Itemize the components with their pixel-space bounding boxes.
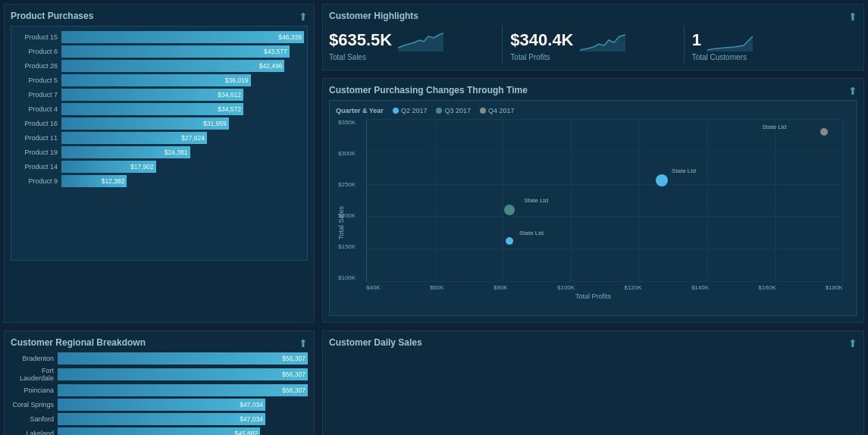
regional-bar-value: $56,307 [282, 371, 306, 378]
bar-fill: $43,577 [61, 45, 290, 58]
regional-bar-fill: $56,307 [58, 352, 308, 365]
regional-bar-label: Bradenton [11, 355, 58, 362]
grid-v-3 [571, 119, 572, 281]
bar-label: Product 9 [14, 177, 61, 185]
customer-regional-title: Customer Regional Breakdown [11, 337, 308, 348]
y-label-200k: $200K [338, 212, 356, 219]
highlight-total-sales: $635.5K Total Sales [329, 29, 494, 61]
y-label-150k: $150K [338, 243, 356, 250]
regional-bar-track: $47,034 [58, 413, 308, 425]
bar-fill: $36,019 [61, 74, 251, 86]
x-axis-title: Total Profits [336, 293, 851, 300]
customer-daily-panel: Customer Daily Sales ⬆ [322, 330, 864, 435]
grid-h-0 [367, 119, 843, 120]
svg-marker-1 [580, 35, 625, 52]
bar-track: $43,577 [61, 45, 304, 58]
x-label-160k: $160K [758, 284, 776, 291]
grid-v-5 [707, 119, 708, 281]
scatter-area: Total Sales $350K $300 [336, 119, 851, 300]
scatter-plot: $350K $300K $250K $200K $150K $100K Stat… [366, 119, 843, 282]
total-customers-sparkline [707, 29, 753, 52]
bar-label: Product 26 [14, 62, 61, 70]
regional-bar-label: Fort Lauderdale [11, 367, 58, 382]
bar-value: $31,959 [203, 120, 227, 127]
divider-2 [684, 26, 685, 64]
table-row: Lakeland $45,882 [11, 427, 308, 435]
bar-value: $24,381 [165, 149, 188, 156]
scatter-label-4: State Ltd [762, 124, 786, 130]
bar-track: $12,382 [61, 175, 304, 187]
bar-label: Product 16 [14, 120, 61, 127]
total-profits-value: $340.4K [510, 30, 573, 50]
bar-fill: $46,339 [61, 31, 304, 43]
y-label-350k: $350K [338, 119, 356, 126]
regional-bar-track: $56,307 [58, 384, 308, 396]
scatter-dot-2 [504, 205, 515, 215]
legend-q2: Q2 2017 [393, 107, 428, 114]
bar-track: $34,612 [61, 89, 304, 101]
scatter-chart[interactable]: Quarter & Year Q2 2017 Q3 2017 Q4 2017 T… [329, 100, 857, 316]
table-row: Product 6 $43,577 [14, 45, 304, 58]
total-profits-sparkline [580, 29, 625, 52]
customer-highlights-panel: Customer Highlights ⬆ $635.5K Total Sale… [322, 4, 864, 70]
scatter-label-3: State Ltd [672, 167, 696, 174]
bar-fill: $34,612 [61, 89, 243, 101]
legend-q4-dot [480, 108, 486, 114]
table-row: Product 9 $12,382 [14, 175, 304, 187]
total-sales-value: $635.5K [329, 30, 392, 50]
regional-bar-fill: $47,034 [58, 399, 265, 411]
svg-marker-2 [707, 36, 753, 52]
table-row: Sanford $47,034 [11, 413, 308, 425]
bar-value: $42,496 [259, 62, 283, 70]
x-label-60k: $60K [430, 284, 444, 291]
bar-track: $17,902 [61, 161, 304, 173]
y-label-250k: $250K [338, 181, 356, 188]
regional-bar-fill: $56,307 [58, 384, 308, 396]
table-row: Product 19 $24,381 [14, 146, 304, 158]
total-sales-sparkline [398, 29, 443, 52]
product-purchases-chart[interactable]: Product 15 $46,339 Product 6 $43,577 Pro… [11, 26, 308, 261]
customer-regional-panel: Customer Regional Breakdown ⬆ Bradenton … [4, 330, 315, 435]
legend-q4: Q4 2017 [480, 107, 515, 114]
purchasing-changes-panel: Customer Purchasing Changes Through Time… [322, 78, 864, 323]
table-row: Product 5 $36,019 [14, 74, 304, 86]
bar-label: Product 4 [14, 105, 61, 113]
scatter-label-1: State Ltd [519, 230, 544, 236]
bar-value: $12,382 [102, 177, 125, 185]
divider-1 [502, 26, 503, 64]
bar-track: $27,624 [61, 132, 304, 144]
bar-track: $46,339 [61, 31, 304, 43]
scatter-label-2: State Ltd [524, 197, 548, 204]
customer-highlights-icon: ⬆ [848, 11, 857, 23]
legend-q3-dot [436, 108, 442, 114]
product-purchases-icon: ⬆ [299, 11, 308, 23]
legend-q3-label: Q3 2017 [444, 107, 471, 114]
x-label-180k: $180K [826, 284, 843, 291]
bar-label: Product 19 [14, 149, 61, 156]
grid-h-4 [367, 249, 843, 249]
highlight-total-profits: $340.4K Total Profits [510, 29, 675, 61]
total-sales-label: Total Sales [329, 53, 494, 61]
bar-fill: $31,959 [61, 117, 229, 130]
x-label-140k: $140K [691, 284, 709, 291]
y-label-100k: $100K [338, 274, 356, 281]
total-profits-label: Total Profits [510, 53, 675, 61]
regional-bar-label: Poinciana [11, 386, 58, 394]
bar-track: $34,572 [61, 103, 304, 115]
highlight-total-customers: 1 Total Customers [692, 29, 857, 61]
customer-regional-icon: ⬆ [299, 337, 308, 349]
regional-bar-fill: $45,882 [58, 427, 260, 435]
bar-label: Product 15 [14, 33, 61, 41]
bar-value: $36,019 [225, 77, 249, 84]
regional-bar-label: Coral Springs [11, 401, 58, 408]
regional-bar-label: Lakeland [11, 430, 58, 435]
y-label-300k: $300K [338, 150, 356, 157]
bar-fill: $27,624 [61, 132, 207, 144]
bar-track: $42,496 [61, 60, 304, 72]
bar-label: Product 6 [14, 48, 61, 55]
regional-bar-chart[interactable]: Bradenton $56,307 Fort Lauderdale $56,30… [11, 352, 308, 435]
regional-bar-track: $47,034 [58, 399, 308, 411]
table-row: Fort Lauderdale $56,307 [11, 367, 308, 382]
legend-q2-label: Q2 2017 [401, 107, 428, 114]
legend-x-label: Quarter & Year [336, 107, 384, 114]
